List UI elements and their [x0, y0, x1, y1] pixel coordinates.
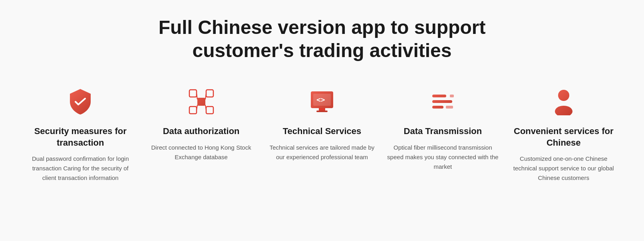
svg-rect-1: [189, 90, 197, 97]
transmission-icon: [427, 86, 459, 118]
data-auth-icon: [185, 86, 217, 118]
svg-line-8: [205, 105, 206, 110]
svg-rect-0: [197, 98, 205, 106]
feature-convenient-desc: Customized one-on-one Chinese technical …: [508, 154, 620, 183]
feature-technical-title: Technical Services: [283, 126, 362, 137]
svg-rect-17: [450, 95, 454, 97]
svg-line-6: [205, 93, 206, 99]
svg-rect-18: [446, 106, 453, 109]
svg-rect-16: [432, 106, 443, 109]
svg-rect-2: [206, 90, 213, 97]
feature-security: Security measures for transaction Dual p…: [24, 86, 136, 183]
svg-rect-14: [432, 95, 446, 97]
feature-convenient: Convenient services for Chinese Customiz…: [508, 86, 620, 183]
feature-data-auth-title: Data authorization: [163, 126, 240, 137]
feature-technical: <> Technical Services Technical services…: [266, 86, 378, 162]
feature-data-auth: Data authorization Direct connected to H…: [145, 86, 257, 162]
features-row: Security measures for transaction Dual p…: [24, 86, 620, 183]
svg-rect-13: [316, 111, 328, 112]
feature-data-auth-desc: Direct connected to Hong Kong Stock Exch…: [145, 143, 257, 162]
tech-icon: <>: [306, 86, 338, 118]
feature-transmission-desc: Optical fiber millisecond transmission s…: [387, 143, 499, 172]
svg-rect-12: [319, 108, 325, 111]
svg-point-20: [555, 106, 572, 115]
svg-rect-15: [432, 100, 452, 103]
feature-technical-desc: Technical services are tailored made by …: [266, 143, 378, 162]
feature-transmission-title: Data Transmission: [404, 126, 482, 137]
svg-line-5: [197, 93, 197, 99]
page-container: Full Chinese version app to support cust…: [0, 0, 644, 241]
feature-convenient-title: Convenient services for Chinese: [508, 126, 620, 148]
svg-rect-3: [189, 107, 197, 114]
svg-point-19: [558, 90, 569, 101]
feature-transmission: Data Transmission Optical fiber millisec…: [387, 86, 499, 172]
svg-text:<>: <>: [316, 95, 325, 104]
feature-security-title: Security measures for transaction: [24, 126, 136, 148]
feature-security-desc: Dual password confirmation for login tra…: [24, 154, 136, 183]
svg-rect-4: [206, 107, 213, 114]
person-icon: [548, 86, 580, 118]
svg-line-7: [197, 105, 197, 110]
page-title: Full Chinese version app to support cust…: [142, 16, 502, 62]
shield-icon: [64, 86, 96, 118]
